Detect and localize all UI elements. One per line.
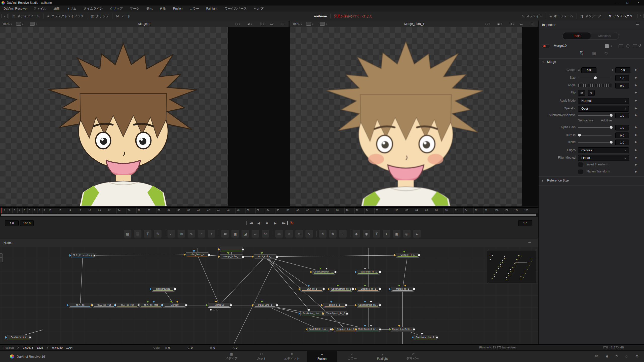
menu-8[interactable]: 再生: [156, 7, 170, 11]
menu-4[interactable]: タイムライン: [80, 7, 106, 11]
node-input-triangle[interactable]: [218, 255, 220, 258]
graph-node[interactable]: Blur2_1_1: [323, 303, 346, 308]
menu-5[interactable]: クリップ: [106, 7, 126, 11]
dod-tool-tool-button[interactable]: ▣: [231, 230, 239, 238]
node-color-swatch[interactable]: [605, 44, 609, 48]
graph-node[interactable]: MatteControl_Line_1: [357, 327, 380, 332]
menu-11[interactable]: Fairlight: [203, 7, 221, 10]
node-enable-toggle[interactable]: [542, 44, 550, 48]
slider-track[interactable]: [578, 127, 612, 128]
center-x-field[interactable]: 0.5: [581, 67, 596, 73]
node-input-triangle[interactable]: [252, 255, 254, 258]
node-input-triangle[interactable]: [310, 271, 312, 273]
node-input-triangle[interactable]: [332, 328, 334, 331]
keyframe-diamond-icon[interactable]: ◆: [635, 68, 637, 71]
viewer-options-icon[interactable]: •••: [281, 22, 284, 25]
node-top-triangle[interactable]: [325, 268, 328, 269]
node-input-triangle[interactable]: [355, 271, 357, 273]
graph-node[interactable]: Merge9: [163, 303, 186, 308]
apply-mode-dropdown[interactable]: Normal∨: [578, 98, 629, 104]
graph-node[interactable]: FastNoise_Hi_1: [357, 270, 380, 275]
node-output-square[interactable]: [379, 288, 381, 290]
filter-method-dropdown[interactable]: Linear∨: [578, 155, 629, 161]
tab-modifiers[interactable]: Modifiers: [591, 32, 619, 39]
node-output-square[interactable]: [379, 304, 381, 306]
color-corrector-tool-button[interactable]: ◑: [208, 230, 215, 238]
node-input-triangle[interactable]: [321, 304, 323, 306]
graph-node[interactable]: Input_Color_1: [254, 254, 277, 259]
node-top-triangle[interactable]: [364, 325, 366, 327]
image-category-icon[interactable]: ▩: [592, 51, 596, 56]
angle-field[interactable]: 0.0: [615, 83, 629, 88]
slider-track[interactable]: [578, 135, 612, 135]
node-output-square[interactable]: [242, 248, 244, 251]
color-controls-icon[interactable]: ◉: [248, 22, 250, 26]
menu-2[interactable]: 編集: [50, 7, 63, 11]
edges-dropdown[interactable]: Canvas∨: [578, 147, 629, 153]
chevron-down-icon[interactable]: ∨: [501, 23, 502, 25]
particle-render-tool-button[interactable]: ∵: [339, 230, 347, 238]
nodes-panel-menu[interactable]: •••: [528, 241, 531, 244]
node-input-triangle[interactable]: [252, 304, 254, 306]
keyframe-diamond-icon[interactable]: ◆: [635, 148, 637, 152]
node-input-triangle[interactable]: [355, 304, 357, 306]
invert-transform-checkbox[interactable]: [578, 162, 583, 167]
node-top-triangle[interactable]: [330, 301, 333, 303]
chevron-down-icon[interactable]: ∨: [611, 44, 612, 47]
spline-button[interactable]: ∿スプライン: [519, 12, 545, 21]
guide-overlay-icon[interactable]: ⊞: [260, 22, 262, 26]
node-input-triangle[interactable]: [299, 288, 300, 290]
node-input-triangle[interactable]: [322, 312, 324, 315]
node-top-triangle[interactable]: [307, 309, 310, 311]
node-output-square[interactable]: [276, 304, 278, 306]
metadata-button[interactable]: ◨メタデータ: [578, 12, 604, 21]
keyframes-button[interactable]: ◈キーフレーム: [547, 12, 576, 21]
graph-node[interactable]: Background1: [152, 287, 175, 292]
node-top-triangle[interactable]: [364, 285, 366, 287]
alpha-gain-field[interactable]: 1.0: [615, 125, 629, 130]
node-top-triangle[interactable]: [337, 285, 339, 287]
chevron-down-icon[interactable]: ∨: [488, 23, 490, 25]
node-input-triangle[interactable]: [69, 254, 71, 257]
keyframe-diamond-icon[interactable]: ◆: [635, 76, 637, 79]
node-top-triangle[interactable]: [404, 285, 407, 287]
node-input-triangle[interactable]: [355, 288, 357, 290]
node-output-square[interactable]: [242, 256, 244, 258]
graph-node[interactable]: [220, 247, 243, 252]
graph-node[interactable]: AlphaCorrect_line_1: [357, 303, 380, 308]
ellipse-mask-tool-button[interactable]: ○: [285, 230, 293, 238]
range-bar-handle[interactable]: [1, 214, 536, 216]
versions-icon[interactable]: [619, 44, 623, 48]
node-input-triangle[interactable]: [389, 328, 391, 331]
graph-minimap[interactable]: [487, 251, 536, 283]
node-output-square[interactable]: [208, 254, 210, 256]
flatten-transform-checkbox[interactable]: [578, 169, 583, 174]
frame-view-icon[interactable]: ▭: [270, 22, 273, 26]
node-input-triangle[interactable]: [412, 336, 414, 339]
graph-node[interactable]: TimeSpeed_4a_3: [324, 311, 347, 316]
menu-9[interactable]: Fusion: [170, 7, 186, 10]
keyframe-diamond-icon[interactable]: ◆: [635, 140, 637, 144]
text-tool-tool-button[interactable]: T: [144, 230, 151, 238]
chevron-down-icon[interactable]: ∨: [263, 23, 264, 25]
page-tab-cut[interactable]: ✂カット: [247, 351, 277, 362]
graph-node[interactable]: Merge_Hi_1: [391, 287, 414, 292]
right-viewer-canvas[interactable]: [290, 27, 522, 206]
node-input-triangle[interactable]: [328, 288, 330, 290]
reset-icon[interactable]: ↺: [638, 43, 642, 47]
resize-tool-tool-button[interactable]: ↔: [252, 230, 259, 238]
node-top-triangle[interactable]: [307, 285, 310, 287]
graph-node[interactable]: Displace_Hi_1: [357, 287, 380, 292]
media-pool-button[interactable]: ▤メディアプール: [10, 12, 42, 21]
node-output-square[interactable]: [174, 288, 176, 290]
effects-library-button[interactable]: ✶エフェクトライブラリ: [45, 12, 86, 21]
slider-thumb[interactable]: [594, 76, 597, 79]
shape-3d-tool-button[interactable]: ◉: [363, 230, 370, 238]
minimize-button[interactable]: —: [611, 0, 622, 6]
tone-curve-tool-button[interactable]: ∿: [188, 230, 195, 238]
node-graph[interactable]: 隼人_ほっぺ#.pngBlur_hoho_1Merge_hoho_1Input_…: [0, 247, 538, 344]
node-top-triangle[interactable]: [261, 301, 263, 303]
play-forward-button[interactable]: ▶: [271, 220, 279, 226]
transform-category-icon[interactable]: ⎘: [580, 51, 583, 55]
node-output-square[interactable]: [346, 312, 348, 315]
